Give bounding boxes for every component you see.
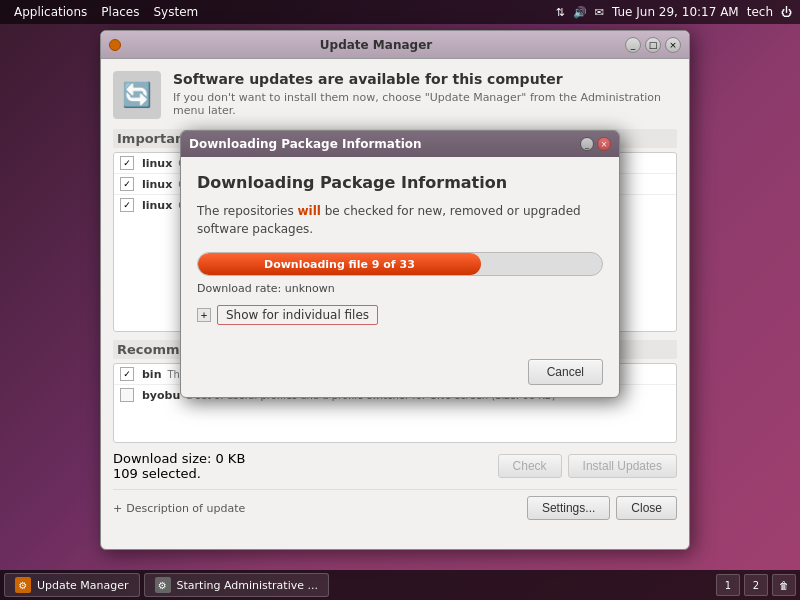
update-header-text: Software updates are available for this …: [173, 71, 677, 117]
window-titlebar: Update Manager _ □ ×: [101, 31, 689, 59]
window-title: Update Manager: [127, 38, 625, 52]
pkg-checkbox[interactable]: ✓: [120, 198, 134, 212]
header-desc: If you don't want to install them now, c…: [173, 91, 677, 117]
taskbar-update-manager[interactable]: ⚙ Update Manager: [4, 573, 140, 597]
settings-button[interactable]: Settings...: [527, 496, 610, 520]
dialog-title: Downloading Package Information: [189, 137, 580, 151]
window-dot: [109, 39, 121, 51]
action-buttons: Check Install Updates: [498, 454, 677, 478]
will-text: will: [298, 204, 321, 218]
pkg-name: linux: [142, 199, 172, 212]
pkg-name: linux: [142, 178, 172, 191]
check-button[interactable]: Check: [498, 454, 562, 478]
pkg-checkbox[interactable]: ✓: [120, 367, 134, 381]
update-icon-glyph: ⚙: [19, 580, 28, 591]
taskbar-update-label: Update Manager: [37, 579, 129, 592]
install-updates-button[interactable]: Install Updates: [568, 454, 677, 478]
pkg-name: linux: [142, 157, 172, 170]
pkg-name: byobu: [142, 389, 180, 402]
downloading-dialog: Downloading Package Information _ × Down…: [180, 130, 620, 398]
top-panel-left: Applications Places System: [8, 3, 204, 21]
dialog-content: Downloading Package Information The repo…: [181, 157, 619, 351]
cancel-button[interactable]: Cancel: [528, 359, 603, 385]
pkg-checkbox[interactable]: ✓: [120, 177, 134, 191]
top-panel: Applications Places System ⇅ 🔊 ✉ Tue Jun…: [0, 0, 800, 24]
bottom-bar: Download size: 0 KB 109 selected. Check …: [113, 451, 677, 481]
maximize-button[interactable]: □: [645, 37, 661, 53]
dialog-footer: Cancel: [181, 351, 619, 397]
plus-icon: +: [113, 502, 122, 515]
power-icon[interactable]: ⏻: [781, 6, 792, 19]
dialog-close[interactable]: ×: [597, 137, 611, 151]
bottom-action-buttons: Settings... Close: [527, 496, 677, 520]
close-window-button[interactable]: Close: [616, 496, 677, 520]
download-rate: Download rate: unknown: [197, 282, 603, 295]
taskbar-workspace-2[interactable]: 2: [744, 574, 768, 596]
dialog-controls: _ ×: [580, 137, 611, 151]
dialog-minimize[interactable]: _: [580, 137, 594, 151]
applications-menu[interactable]: Applications: [8, 3, 93, 21]
pkg-checkbox[interactable]: [120, 388, 134, 402]
datetime-display: Tue Jun 29, 10:17 AM: [612, 5, 739, 19]
progress-bar-container: Downloading file 9 of 33: [197, 252, 603, 276]
window-controls: _ □ ×: [625, 37, 681, 53]
system-menu[interactable]: System: [147, 3, 204, 21]
admin-icon-glyph: ⚙: [158, 580, 167, 591]
description-toggle[interactable]: + Description of update: [113, 502, 245, 515]
volume-icon: 🔊: [573, 6, 587, 19]
header-title: Software updates are available for this …: [173, 71, 677, 87]
taskbar-update-icon: ⚙: [15, 577, 31, 593]
places-menu[interactable]: Places: [95, 3, 145, 21]
minimize-button[interactable]: _: [625, 37, 641, 53]
progress-bar-fill: Downloading file 9 of 33: [198, 253, 481, 275]
taskbar-admin-icon: ⚙: [155, 577, 171, 593]
dialog-titlebar: Downloading Package Information _ ×: [181, 131, 619, 157]
top-panel-right: ⇅ 🔊 ✉ Tue Jun 29, 10:17 AM tech ⏻: [556, 5, 792, 19]
download-size: Download size: 0 KB: [113, 451, 245, 466]
taskbar-workspace-1[interactable]: 1: [716, 574, 740, 596]
taskbar-admin-label: Starting Administrative ...: [177, 579, 318, 592]
window-bottom: + Description of update Settings... Clos…: [113, 489, 677, 520]
selected-count: 109 selected.: [113, 466, 245, 481]
taskbar: ⚙ Update Manager ⚙ Starting Administrati…: [0, 570, 800, 600]
show-files-row: + Show for individual files: [197, 305, 603, 325]
taskbar-trash[interactable]: 🗑: [772, 574, 796, 596]
size-info: Download size: 0 KB 109 selected.: [113, 451, 245, 481]
update-header: 🔄 Software updates are available for thi…: [113, 71, 677, 119]
pkg-name: bin: [142, 368, 161, 381]
mail-icon: ✉: [595, 6, 604, 19]
dialog-body: The repositories will be checked for new…: [197, 202, 603, 238]
description-label: Description of update: [126, 502, 245, 515]
expand-button[interactable]: +: [197, 308, 211, 322]
progress-text: Downloading file 9 of 33: [264, 258, 415, 271]
network-icon: ⇅: [556, 6, 565, 19]
dialog-heading: Downloading Package Information: [197, 173, 603, 192]
taskbar-right: 1 2 🗑: [716, 574, 796, 596]
pkg-checkbox[interactable]: ✓: [120, 156, 134, 170]
close-button[interactable]: ×: [665, 37, 681, 53]
taskbar-admin[interactable]: ⚙ Starting Administrative ...: [144, 573, 329, 597]
user-display: tech: [747, 5, 773, 19]
update-icon: 🔄: [113, 71, 161, 119]
show-files-label[interactable]: Show for individual files: [217, 305, 378, 325]
